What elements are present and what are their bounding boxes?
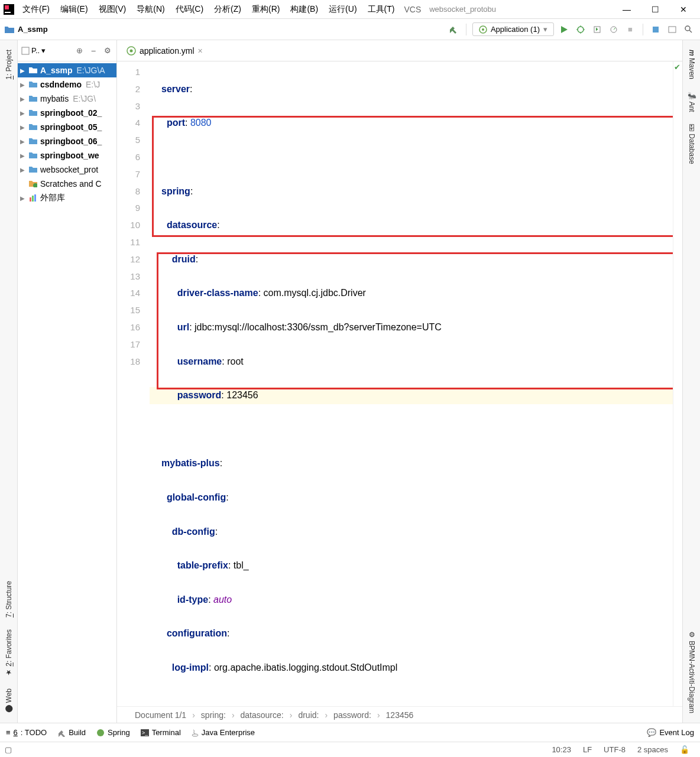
editor-area: application.yml × 1234567891011121314151… xyxy=(117,40,682,723)
svg-rect-14 xyxy=(32,196,34,202)
menu-refactor[interactable]: 重构(R) xyxy=(247,2,284,17)
tab-event-log[interactable]: 💬 Event Log xyxy=(647,728,694,737)
tab-terminal[interactable]: >_Terminal xyxy=(141,728,181,737)
crumb-item[interactable]: password: xyxy=(333,710,371,720)
collapse-icon[interactable]: ‒ xyxy=(88,46,99,55)
line-ending[interactable]: LF xyxy=(577,745,598,754)
line-gutter: 123456789101112131415161718 xyxy=(117,61,150,706)
folder-icon xyxy=(5,25,14,34)
menu-vcs[interactable]: VCS xyxy=(400,2,424,17)
tree-scratches[interactable]: Scratches and C xyxy=(18,177,116,191)
svg-point-10 xyxy=(685,26,690,31)
tab-project[interactable]: 1: Project xyxy=(2,44,15,86)
tree-item[interactable]: ▶A_ssmpE:\JG\A xyxy=(18,63,116,77)
svg-rect-11 xyxy=(22,47,29,54)
minimize-icon[interactable]: — xyxy=(620,5,634,14)
maximize-icon[interactable]: ☐ xyxy=(648,5,662,14)
git-icon[interactable] xyxy=(649,23,662,36)
tab-javaee[interactable]: Java Enterprise xyxy=(192,728,255,737)
crumb-item[interactable]: druid: xyxy=(298,710,319,720)
tree-item[interactable]: ▶mybatisE:\JG\ xyxy=(18,92,116,106)
tab-maven[interactable]: m Maven xyxy=(685,44,698,85)
tab-close-icon[interactable]: × xyxy=(198,46,203,56)
crumb-item[interactable]: spring: xyxy=(201,710,226,720)
stop-icon[interactable]: ■ xyxy=(624,23,637,36)
crumb-item[interactable]: datasource: xyxy=(241,710,284,720)
svg-rect-13 xyxy=(30,197,31,202)
window-title: websocket_protobu xyxy=(426,5,612,14)
project-tree[interactable]: ▶A_ssmpE:\JG\A ▶csdndemoE:\J ▶mybatisE:\… xyxy=(18,61,116,723)
svg-point-18 xyxy=(97,729,104,736)
tab-database[interactable]: 🗄 Database xyxy=(685,118,698,170)
right-tool-gutter: m Maven 🐜 Ant 🗄 Database ⚙ BPMN-Activiti… xyxy=(682,40,700,723)
menu-code[interactable]: 代码(C) xyxy=(171,2,208,17)
search-icon[interactable] xyxy=(682,23,695,36)
left-tool-gutter: 1: Project 7: Structure ★ 2: Favorites ⬤… xyxy=(0,40,18,723)
hammer-icon[interactable] xyxy=(447,23,460,36)
project-panel: P..▾ ⊕ ‒ ⚙ ▶A_ssmpE:\JG\A ▶csdndemoE:\J … xyxy=(18,40,117,723)
project-view-selector[interactable]: P..▾ xyxy=(21,46,70,55)
editor-breadcrumb: Document 1/1› spring:› datasource:› drui… xyxy=(117,706,682,723)
tree-external[interactable]: ▶外部库 xyxy=(18,191,116,205)
svg-rect-1 xyxy=(5,5,9,9)
svg-point-17 xyxy=(130,49,133,52)
tab-bpmn[interactable]: ⚙ BPMN-Activiti-Diagram xyxy=(685,625,698,719)
tab-build[interactable]: Build xyxy=(57,728,86,737)
svg-point-4 xyxy=(482,28,484,31)
menu-nav[interactable]: 导航(N) xyxy=(132,2,169,17)
tree-item[interactable]: ▶springboot_we xyxy=(18,148,116,163)
tab-favorites[interactable]: ★ 2: Favorites xyxy=(2,623,15,683)
tree-item[interactable]: ▶springboot_02_ xyxy=(18,106,116,120)
svg-point-5 xyxy=(578,27,584,33)
svg-rect-2 xyxy=(5,12,11,13)
settings-icon[interactable]: ⚙ xyxy=(102,46,113,55)
svg-text:>_: >_ xyxy=(142,730,148,736)
status-bar: ▢ 10:23 LF UTF-8 2 spaces 🔓 xyxy=(0,742,700,757)
code-editor[interactable]: server: port: 8080 spring: datasource: d… xyxy=(150,61,673,706)
lock-icon[interactable]: 🔓 xyxy=(674,745,695,754)
menu-file[interactable]: 文件(F) xyxy=(18,2,54,17)
structure-icon[interactable] xyxy=(666,23,679,36)
menu-bar: 文件(F) 编辑(E) 视图(V) 导航(N) 代码(C) 分析(Z) 重构(R… xyxy=(0,0,700,19)
error-stripe[interactable]: ✔ xyxy=(673,61,682,706)
check-icon: ✔ xyxy=(674,63,680,72)
svg-rect-9 xyxy=(669,27,676,33)
tab-web[interactable]: ⬤ Web xyxy=(2,683,15,719)
crumb-item[interactable]: 123456 xyxy=(386,710,414,720)
crumb-item[interactable]: Document 1/1 xyxy=(135,710,186,720)
svg-point-21 xyxy=(192,734,198,736)
debug-icon[interactable] xyxy=(574,23,587,36)
profile-icon[interactable] xyxy=(607,23,620,36)
tree-item[interactable]: ▶csdndemoE:\J xyxy=(18,77,116,92)
menu-run[interactable]: 运行(U) xyxy=(324,2,361,17)
tab-structure[interactable]: 7: Structure xyxy=(2,575,15,623)
status-icon[interactable]: ▢ xyxy=(5,745,12,754)
tree-item[interactable]: ▶websocket_prot xyxy=(18,163,116,177)
yml-file-icon xyxy=(127,46,136,56)
breadcrumb-root[interactable]: A_ssmp xyxy=(18,25,48,34)
menu-tools[interactable]: 工具(T) xyxy=(363,2,400,17)
menu-edit[interactable]: 编辑(E) xyxy=(56,2,93,17)
bottom-tool-bar: ≡ 6: TODO Build Spring >_Terminal Java E… xyxy=(0,723,700,742)
run-icon[interactable] xyxy=(558,23,571,36)
navigation-toolbar: A_ssmp Application (1) ▾ ■ xyxy=(0,19,700,40)
locate-icon[interactable]: ⊕ xyxy=(74,46,85,55)
run-config-selector[interactable]: Application (1) ▾ xyxy=(472,22,554,36)
app-logo-icon xyxy=(4,4,14,15)
coverage-icon[interactable] xyxy=(591,23,604,36)
tab-spring[interactable]: Spring xyxy=(96,728,130,737)
indent[interactable]: 2 spaces xyxy=(631,745,674,754)
tree-item[interactable]: ▶springboot_05_ xyxy=(18,120,116,134)
tab-todo[interactable]: ≡ 6: TODO xyxy=(6,728,47,737)
menu-build[interactable]: 构建(B) xyxy=(286,2,323,17)
svg-rect-15 xyxy=(34,194,36,202)
menu-analyze[interactable]: 分析(Z) xyxy=(209,2,246,17)
svg-rect-8 xyxy=(653,27,659,33)
encoding[interactable]: UTF-8 xyxy=(598,745,631,754)
close-icon[interactable]: ✕ xyxy=(676,5,691,14)
cursor-position[interactable]: 10:23 xyxy=(546,745,577,754)
tree-item[interactable]: ▶springboot_06_ xyxy=(18,134,116,148)
menu-view[interactable]: 视图(V) xyxy=(94,2,131,17)
tab-ant[interactable]: 🐜 Ant xyxy=(685,85,698,118)
editor-tab[interactable]: application.yml × xyxy=(122,44,208,58)
